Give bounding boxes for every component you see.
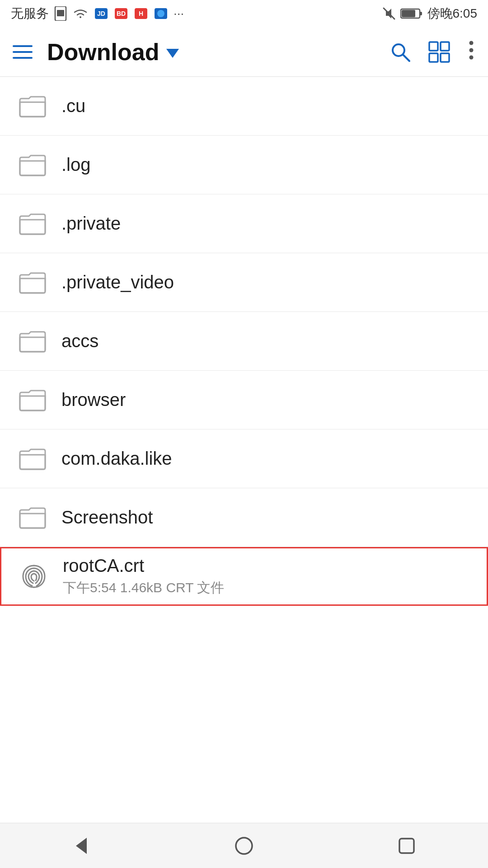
svg-rect-16 (429, 42, 438, 51)
file-info: com.daka.like (61, 448, 172, 469)
list-item[interactable]: .private_video (0, 253, 488, 312)
app-bar: Download (0, 27, 488, 77)
file-name: com.daka.like (61, 448, 172, 469)
time-label: 傍晚6:05 (427, 5, 478, 22)
app-icon-1: JD (94, 7, 108, 20)
hamburger-line-3 (13, 57, 33, 59)
navigation-bar (0, 823, 488, 868)
svg-rect-18 (429, 53, 438, 62)
file-info: .log (61, 155, 91, 175)
list-item[interactable]: rootCA.crt 下午5:54 1.46kB CRT 文件 (0, 547, 488, 606)
more-options-button[interactable] (467, 38, 475, 65)
svg-rect-17 (441, 42, 449, 51)
status-right: 傍晚6:05 (382, 5, 478, 22)
file-info: browser (61, 390, 126, 410)
folder-icon (18, 268, 47, 297)
folder-icon (18, 327, 47, 356)
ellipsis-label: ··· (174, 6, 184, 21)
svg-point-20 (469, 41, 474, 45)
file-info: .cu (61, 96, 85, 116)
file-info: rootCA.crt 下午5:54 1.46kB CRT 文件 (63, 556, 224, 597)
svg-rect-13 (402, 10, 415, 17)
file-name: .private_video (61, 272, 174, 292)
no-service-label: 无服务 (11, 5, 49, 22)
home-button[interactable] (221, 830, 267, 862)
battery-icon (400, 7, 423, 20)
list-item[interactable]: accs (0, 312, 488, 371)
svg-line-15 (403, 55, 409, 61)
list-item[interactable]: .log (0, 136, 488, 194)
app-icon-3: H (134, 7, 148, 20)
list-item[interactable]: browser (0, 371, 488, 429)
recent-apps-button[interactable] (384, 830, 429, 862)
folder-icon (18, 503, 47, 532)
file-meta: 下午5:54 1.46kB CRT 文件 (63, 579, 224, 597)
file-name: rootCA.crt (63, 556, 224, 576)
list-item[interactable]: com.daka.like (0, 429, 488, 488)
svg-point-24 (236, 838, 252, 854)
fingerprint-icon (19, 562, 48, 591)
wifi-icon (72, 7, 89, 20)
hamburger-line-2 (13, 51, 33, 53)
svg-text:JD: JD (97, 10, 105, 17)
folder-icon (18, 209, 47, 238)
file-name: accs (61, 331, 99, 351)
folder-icon (18, 151, 47, 179)
file-info: Screenshot (61, 507, 153, 528)
svg-point-21 (469, 48, 474, 52)
svg-text:H: H (139, 10, 143, 17)
folder-icon (18, 92, 47, 121)
file-info: .private (61, 213, 121, 234)
file-list: .cu .log .private .private_video accs (0, 77, 488, 606)
hamburger-line-1 (13, 45, 33, 47)
sim-icon (54, 6, 67, 21)
folder-icon (18, 386, 47, 415)
home-icon (234, 836, 254, 856)
recent-icon (397, 836, 417, 856)
status-bar: 无服务 JD BD H ··· (0, 0, 488, 27)
list-item[interactable]: Screenshot (0, 488, 488, 547)
app-bar-actions (389, 38, 475, 65)
file-name: .private (61, 213, 121, 234)
file-name: .log (61, 155, 91, 175)
list-item[interactable]: .private (0, 194, 488, 253)
chevron-down-icon[interactable] (166, 49, 179, 58)
svg-marker-23 (76, 838, 87, 854)
file-name: .cu (61, 96, 85, 116)
file-name: Screenshot (61, 507, 153, 528)
svg-rect-12 (420, 12, 422, 15)
page-title: Download (47, 38, 159, 66)
svg-rect-25 (399, 839, 414, 853)
search-button[interactable] (389, 41, 411, 63)
back-button[interactable] (59, 830, 104, 862)
svg-rect-1 (57, 10, 64, 16)
app-icon-4 (154, 7, 168, 20)
mute-icon (382, 7, 396, 20)
hamburger-button[interactable] (13, 40, 36, 64)
grid-view-button[interactable] (427, 40, 451, 64)
svg-rect-19 (441, 53, 449, 62)
folder-icon (18, 444, 47, 473)
svg-point-9 (157, 10, 164, 17)
svg-point-22 (469, 56, 474, 60)
svg-text:BD: BD (117, 10, 126, 17)
back-icon (71, 836, 91, 856)
status-left: 无服务 JD BD H ··· (11, 5, 184, 22)
app-icon-2: BD (114, 7, 128, 20)
file-name: browser (61, 390, 126, 410)
list-item[interactable]: .cu (0, 77, 488, 136)
file-info: accs (61, 331, 99, 351)
file-info: .private_video (61, 272, 174, 292)
